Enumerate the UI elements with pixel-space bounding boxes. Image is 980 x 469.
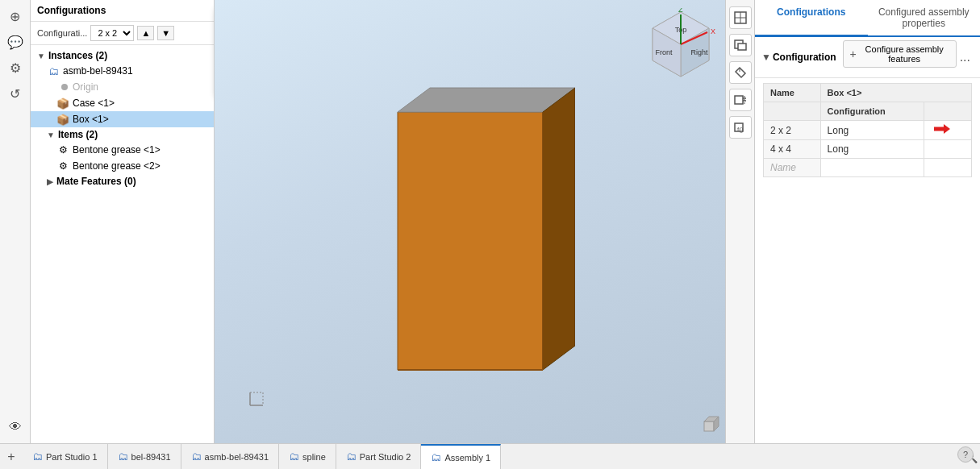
items-label: Items (2) [58, 129, 98, 140]
tab-assembly-1-label: Assembly 1 [444, 453, 490, 463]
row2-name: 4 x 4 [764, 140, 821, 159]
origin-label: Origin [73, 81, 98, 93]
tab-configurations[interactable]: Configurations [755, 0, 868, 37]
row2-arrow [924, 140, 971, 159]
box-item[interactable]: 📦 Box <1> [31, 111, 214, 127]
configure-assembly-btn[interactable]: + Configure assembly features [843, 40, 957, 68]
new-row-arrow [924, 159, 971, 177]
mate-chevron: ▶ [47, 177, 53, 186]
table-row-1[interactable]: 2 x 2 Long [764, 121, 972, 140]
col-box-header: Box <1> [820, 84, 971, 102]
col-name-header: Name [764, 84, 821, 102]
tab-assembly-1[interactable]: 🗂 Assembly 1 [421, 444, 501, 470]
config-table: Name Box <1> Configuration 2 x 2 Lon [763, 83, 972, 177]
tab-part-studio-1[interactable]: 🗂 Part Studio 1 [23, 444, 108, 470]
box-svg [365, 80, 575, 386]
rt-icon-4[interactable] [729, 89, 752, 111]
comment-icon[interactable]: 💬 [6, 32, 25, 52]
mate-label: Mate Features (0) [56, 176, 136, 187]
table-row-2[interactable]: 4 x 4 Long [764, 140, 972, 159]
config-nav-prev[interactable]: ▲ [137, 26, 154, 40]
tab-configured-assembly[interactable]: Configured assembly properties [868, 0, 981, 35]
item2-label: Bentone grease <2> [73, 160, 161, 172]
settings-icon[interactable]: ⚙ [6, 58, 25, 77]
col-config-header: Configuration [820, 102, 924, 121]
configurations-label: Configurations [37, 5, 106, 16]
config-table-section: Name Box <1> Configuration 2 x 2 Lon [755, 78, 980, 182]
tree-panel: Configurations Configurati... 2 x 2 4 x … [31, 0, 215, 443]
rt-icon-1[interactable] [729, 6, 752, 29]
assembly-icon: 🗂 [47, 64, 60, 77]
config-more-button[interactable]: ... [957, 47, 974, 68]
tab-bel-89431[interactable]: 🗂 bel-89431 [108, 444, 181, 470]
instances-section[interactable]: ▼ Instances (2) [31, 48, 214, 63]
add-tab-button[interactable]: + [0, 444, 23, 470]
view-cube-small[interactable] [703, 415, 720, 435]
new-row-config [820, 159, 924, 177]
tab-spline[interactable]: 🗂 spline [279, 444, 336, 470]
config-panel: Configurations Configured assembly prope… [754, 0, 980, 443]
refresh-icon[interactable]: ↺ [6, 84, 25, 103]
config-nav-next[interactable]: ▼ [157, 26, 174, 40]
tab-part-studio-2[interactable]: 🗂 Part Studio 2 [336, 444, 422, 470]
config-dropdown-label: Configurati... [37, 28, 87, 38]
left-sidebar: ⊕ 💬 ⚙ ↺ 👁 [0, 0, 31, 443]
instances-label: Instances (2) [48, 50, 107, 61]
3d-box [365, 80, 575, 388]
svg-rect-22 [738, 44, 746, 50]
tab-bel-89431-label: bel-89431 [131, 452, 171, 462]
box-label: Box <1> [73, 114, 109, 125]
assembly-item[interactable]: 🗂 asmb-bel-89431 [31, 63, 214, 79]
nav-cube[interactable]: Top Right Front X Z [644, 8, 717, 83]
tab-part-studio-2-label: Part Studio 2 [360, 452, 411, 462]
svg-rect-24 [735, 96, 743, 104]
item2[interactable]: ⚙ Bentone grease <2> [31, 158, 214, 174]
eye-icon[interactable]: 👁 [6, 417, 25, 437]
origin-item[interactable]: Origin [31, 79, 214, 95]
item1-icon: ⚙ [56, 143, 69, 156]
mate-section[interactable]: ▶ Mate Features (0) [31, 174, 214, 189]
viewport[interactable]: Top Right Front X Z [215, 0, 725, 443]
tree-content: ▼ Instances (2) 🗂 asmb-bel-89431 Origin … [31, 45, 214, 443]
rt-icon-5[interactable]: f() [729, 116, 752, 139]
svg-text:f(): f() [737, 126, 744, 133]
configuration-section-label: Configuration [773, 52, 836, 63]
tab-part-studio-2-icon: 🗂 [346, 450, 357, 463]
viewport-lines-icon[interactable] [247, 389, 266, 411]
tab-asmb-bel-89431[interactable]: 🗂 asmb-bel-89431 [181, 444, 280, 470]
box-icon: 📦 [56, 113, 69, 126]
case-label: Case <1> [73, 98, 115, 109]
configure-btn-label: Configure assembly features [860, 44, 949, 64]
svg-rect-15 [704, 421, 714, 431]
box-header-label: Box <1> [828, 88, 862, 98]
right-toolbar: f() [725, 0, 754, 443]
plus-icon: + [850, 48, 857, 60]
case-icon: 📦 [56, 97, 69, 110]
tab-part-studio-1-icon: 🗂 [32, 450, 43, 463]
svg-marker-6 [398, 112, 543, 370]
bottom-tabs: + 🗂 Part Studio 1 🗂 bel-89431 🗂 asmb-bel… [0, 443, 980, 469]
row2-config: Long [820, 140, 924, 159]
table-row-new[interactable]: Name [764, 159, 972, 177]
chevron-config: ▼ [761, 52, 771, 63]
rt-icon-2[interactable] [729, 34, 752, 56]
add-icon[interactable]: ⊕ [6, 6, 25, 26]
col-name-sub [764, 102, 821, 121]
config-section-top: ▼ Configuration + Configure assembly fea… [755, 37, 980, 78]
config-tabs: Configurations Configured assembly prope… [755, 0, 980, 37]
tab-asmb-bel-89431-icon: 🗂 [191, 450, 202, 463]
items-chevron: ▼ [47, 131, 55, 139]
tab-spline-label: spline [302, 452, 326, 462]
front-label: Front [655, 48, 673, 56]
config-toolbar: Configurati... 2 x 2 4 x 4 ▲ ▼ [31, 22, 214, 45]
col-arrow-header [924, 102, 971, 121]
new-row-name[interactable]: Name [764, 159, 821, 177]
right-label: Right [690, 48, 708, 56]
assembly-name: asmb-bel-89431 [63, 65, 133, 77]
item1[interactable]: ⚙ Bentone grease <1> [31, 142, 214, 158]
config-select[interactable]: 2 x 2 4 x 4 [90, 25, 134, 41]
case-item[interactable]: 📦 Case <1> [31, 95, 214, 111]
items-section[interactable]: ▼ Items (2) [31, 127, 214, 142]
rt-icon-3[interactable] [729, 61, 752, 84]
row1-name: 2 x 2 [764, 121, 821, 140]
